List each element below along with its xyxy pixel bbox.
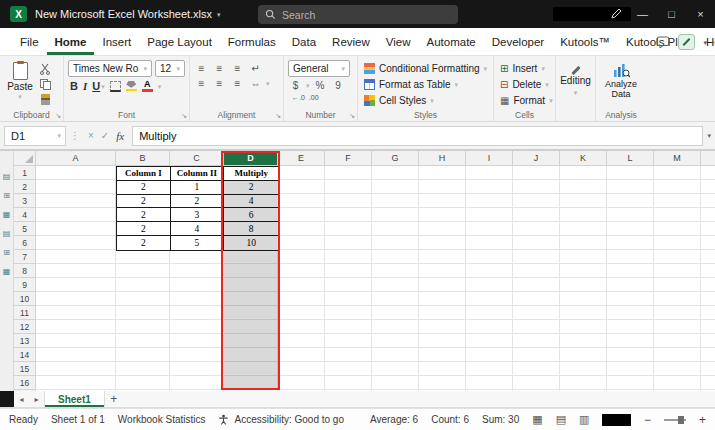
row-header-5[interactable]: 5: [14, 222, 35, 236]
row-header-16[interactable]: 16: [14, 376, 35, 390]
align-left-icon[interactable]: ≡: [194, 77, 209, 90]
select-all-button[interactable]: [14, 151, 36, 166]
status-count[interactable]: Count: 6: [431, 414, 469, 425]
search-input[interactable]: [282, 9, 451, 21]
sheet-nav-right-icon[interactable]: ▸: [29, 391, 44, 407]
name-box[interactable]: D1 ▾: [4, 126, 66, 146]
close-button[interactable]: ×: [686, 0, 715, 28]
bold-button[interactable]: B: [70, 80, 78, 92]
align-bottom-icon[interactable]: ≡: [230, 62, 245, 75]
column-header-k[interactable]: K: [560, 151, 607, 166]
tab-home[interactable]: Home: [47, 28, 95, 55]
maximize-button[interactable]: □: [657, 0, 686, 28]
fill-color-icon[interactable]: [126, 81, 137, 92]
kutools-pane-icon[interactable]: ▤: [3, 173, 11, 181]
sheet-tab-sheet1[interactable]: Sheet1: [44, 391, 105, 407]
column-header-l[interactable]: L: [607, 151, 654, 166]
column-header-b[interactable]: B: [116, 151, 170, 166]
row-header-12[interactable]: 12: [14, 320, 35, 334]
kutools-side-pane[interactable]: ▤ ⊞ ▦ ▤ ⊞ ▦: [0, 151, 14, 391]
cell-b4[interactable]: 2: [117, 208, 171, 222]
cell-d1[interactable]: Multiply: [224, 167, 278, 181]
decrease-decimal-icon[interactable]: .00: [309, 94, 319, 101]
borders-icon[interactable]: [110, 81, 121, 92]
zoom-in-button[interactable]: +: [699, 413, 706, 427]
currency-icon[interactable]: $: [288, 79, 303, 92]
italic-button[interactable]: I: [83, 80, 87, 92]
tab-developer[interactable]: Developer: [484, 28, 552, 55]
row-header-11[interactable]: 11: [14, 306, 35, 320]
font-size-combo[interactable]: 12 ▾: [155, 60, 185, 77]
cell-b1[interactable]: Column I: [117, 167, 171, 181]
align-center-icon[interactable]: ≡: [212, 77, 227, 90]
tab-insert[interactable]: Insert: [94, 28, 139, 55]
kutools-pane-icon[interactable]: ▤: [3, 230, 11, 238]
column-header-i[interactable]: I: [466, 151, 513, 166]
comma-style-icon[interactable]: 9: [331, 79, 346, 92]
cell-c5[interactable]: 4: [171, 222, 225, 236]
copy-icon[interactable]: [40, 79, 51, 90]
sheet-nav-left-icon[interactable]: ◂: [14, 391, 29, 407]
zoom-slider[interactable]: [664, 419, 686, 421]
column-header-e[interactable]: E: [278, 151, 325, 166]
align-right-icon[interactable]: ≡: [230, 77, 245, 90]
row-header-2[interactable]: 2: [14, 180, 35, 194]
cell-d5[interactable]: 8: [224, 222, 278, 236]
excel-logo-icon[interactable]: X: [10, 6, 27, 22]
column-header-n[interactable]: N: [701, 151, 715, 166]
formula-input[interactable]: Multiply: [132, 126, 703, 146]
cut-icon[interactable]: [39, 63, 51, 75]
editing-button[interactable]: Editing ▾: [560, 69, 591, 96]
cell-d2[interactable]: 2: [224, 181, 278, 195]
pen-mode-icon[interactable]: [604, 8, 628, 20]
kutools-pane-icon[interactable]: ▦: [3, 211, 11, 219]
cancel-icon[interactable]: ×: [88, 130, 94, 141]
tab-formulas[interactable]: Formulas: [220, 28, 284, 55]
kutools-pane-icon[interactable]: ▦: [3, 268, 11, 276]
row-header-10[interactable]: 10: [14, 292, 35, 306]
cell-c2[interactable]: 1: [171, 181, 225, 195]
page-break-view-icon[interactable]: ▥: [579, 413, 589, 426]
number-dialog-launcher[interactable]: ↘: [349, 112, 355, 120]
cell-d3[interactable]: 4: [224, 195, 278, 209]
number-format-combo[interactable]: General ▾: [288, 60, 350, 77]
cell-styles-button[interactable]: Cell Styles ▾: [362, 92, 489, 108]
row-header-13[interactable]: 13: [14, 334, 35, 348]
row-header-1[interactable]: 1: [14, 166, 35, 180]
comments-icon[interactable]: [656, 36, 670, 49]
column-header-g[interactable]: G: [372, 151, 419, 166]
merge-center-icon[interactable]: ⇔: [248, 77, 263, 90]
cell-d4[interactable]: 6: [224, 208, 278, 222]
cell-b2[interactable]: 2: [117, 181, 171, 195]
cell-b5[interactable]: 2: [117, 222, 171, 236]
normal-view-icon[interactable]: ▦: [532, 413, 542, 426]
column-header-c[interactable]: C: [170, 151, 224, 166]
column-header-m[interactable]: M: [654, 151, 701, 166]
document-title[interactable]: New Microsoft Excel Worksheet.xlsx ▾: [35, 8, 221, 20]
clipboard-dialog-launcher[interactable]: ↘: [55, 112, 61, 120]
row-header-15[interactable]: 15: [14, 362, 35, 376]
tab-data[interactable]: Data: [284, 28, 324, 55]
tab-automate[interactable]: Automate: [419, 28, 484, 55]
status-average[interactable]: Average: 6: [370, 414, 418, 425]
tab-review[interactable]: Review: [324, 28, 378, 55]
percent-icon[interactable]: %: [313, 79, 328, 92]
align-top-icon[interactable]: ≡: [194, 62, 209, 75]
cell-d6[interactable]: 10: [224, 236, 278, 250]
column-header-h[interactable]: H: [419, 151, 466, 166]
column-header-d[interactable]: D: [224, 151, 278, 166]
row-header-8[interactable]: 8: [14, 264, 35, 278]
wrap-text-icon[interactable]: ↵: [248, 62, 263, 75]
align-middle-icon[interactable]: ≡: [212, 62, 227, 75]
search-box[interactable]: [258, 5, 458, 24]
analyze-data-button[interactable]: Analyze Data: [600, 63, 642, 100]
minimize-button[interactable]: —: [628, 0, 657, 28]
tab-view[interactable]: View: [378, 28, 419, 55]
cell-c3[interactable]: 2: [171, 195, 225, 209]
underline-button[interactable]: U▾: [92, 80, 104, 92]
font-dialog-launcher[interactable]: ↘: [181, 112, 187, 120]
ribbon-collapse-icon[interactable]: ▾: [703, 39, 707, 46]
workbook-statistics-button[interactable]: Workbook Statistics: [118, 414, 206, 425]
row-header-14[interactable]: 14: [14, 348, 35, 362]
tab-kutools[interactable]: Kutools™: [552, 28, 618, 55]
